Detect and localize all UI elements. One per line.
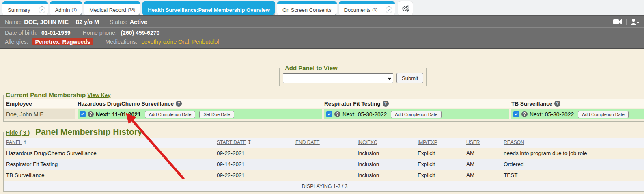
membership-checkbox[interactable]: ✓ xyxy=(326,111,332,117)
hide-history-link[interactable]: Hide ( 3 ) xyxy=(6,129,30,136)
next-label: Next: xyxy=(96,111,110,118)
tab-medical-record[interactable]: Medical Record (78) xyxy=(84,1,140,15)
cell-start-date: 09-22-2021 xyxy=(214,148,293,159)
cell-imp-exp: Explicit xyxy=(415,170,464,181)
tab-bar: Summary ↗ Admin (1) Medical Record (78) … xyxy=(0,0,644,15)
patient-phone: (260) 459-6270 xyxy=(121,30,160,36)
summary-popout-button[interactable]: ↗ xyxy=(36,4,48,15)
employee-cell: Doe, John MIE xyxy=(4,109,75,119)
help-icon[interactable]: ? xyxy=(88,111,94,117)
current-panel-legend: Current Panel Membership View Key xyxy=(4,91,112,99)
hazardous-status-cell: ✓ ? Next: 11-01-2021 Add Completion Date… xyxy=(78,109,322,119)
set-due-date-button[interactable]: Set Due Date xyxy=(199,111,234,118)
membership-checkbox[interactable]: ✓ xyxy=(80,111,86,117)
history-title: Panel Membership History xyxy=(35,127,142,136)
settings-button[interactable] xyxy=(398,1,413,15)
name-label: Name: xyxy=(5,19,22,25)
cell-imp-exp: Explicit xyxy=(415,148,464,159)
add-completion-date-button[interactable]: Add Completion Date xyxy=(145,111,196,118)
patient-status: Active xyxy=(130,19,148,25)
current-panel-employee-row: Doe, John MIE ✓ ? Next: 11-01-2021 Add C… xyxy=(4,109,644,119)
medications-label: Medications: xyxy=(106,39,138,45)
cell-end-date xyxy=(293,148,355,159)
cell-user: AM xyxy=(464,159,501,170)
cell-panel: Hazardous Drug/Chemo Surveillance xyxy=(4,148,214,159)
column-header-panel[interactable]: PANEL xyxy=(6,140,22,145)
tab-on-screen-consents[interactable]: On Screen Consents xyxy=(277,1,337,15)
next-label: Next: xyxy=(530,111,543,118)
column-header-user[interactable]: USER xyxy=(466,140,480,145)
help-icon[interactable]: ? xyxy=(521,111,528,117)
next-due-date: 05-30-2022 xyxy=(358,111,387,118)
tab-admin-count: (1) xyxy=(71,7,77,12)
respirator-status-cell: ✓ ? Next: 05-30-2022 Add Completion Date xyxy=(324,109,509,119)
tab-health-surveillance[interactable]: Health Surveillance:Panel Membership Ove… xyxy=(142,1,275,15)
tab-admin-label: Admin xyxy=(55,7,70,13)
tab-documents[interactable]: Documents (3) ↗ xyxy=(339,1,395,15)
tab-on-screen-consents-label: On Screen Consents xyxy=(277,4,337,15)
cell-start-date: 09-14-2021 xyxy=(214,159,293,170)
history-table: PANEL↥ START DATE↧ END DATE INC/EXC IMP/… xyxy=(4,138,644,181)
history-section: Hide ( 3 ) Panel Membership History PANE… xyxy=(3,127,644,192)
column-header-employee: Employee xyxy=(4,101,75,107)
gears-icon xyxy=(401,5,409,12)
submit-button[interactable]: Submit xyxy=(396,73,423,83)
panel-select[interactable] xyxy=(283,73,393,83)
cell-panel: Respirator Fit Testing xyxy=(4,159,214,170)
cell-inc-exc: Inclusion xyxy=(355,170,415,181)
column-header-hazardous: Hazardous Drug/Chemo Surveillance xyxy=(78,101,174,107)
cell-start-date: 09-22-2021 xyxy=(214,170,293,181)
dob-label: Date of birth: xyxy=(5,30,37,36)
history-legend: Hide ( 3 ) Panel Membership History xyxy=(4,127,144,137)
help-icon[interactable]: ? xyxy=(383,101,389,107)
add-completion-date-button[interactable]: Add Completion Date xyxy=(578,111,629,118)
documents-popout-button[interactable]: ↗ xyxy=(383,4,395,15)
view-key-link[interactable]: View Key xyxy=(88,92,111,98)
patient-dob: 01-01-1939 xyxy=(41,30,71,36)
table-row: Hazardous Drug/Chemo Surveillance 09-22-… xyxy=(4,148,644,159)
add-completion-date-button[interactable]: Add Completion Date xyxy=(391,111,442,118)
video-camera-icon[interactable] xyxy=(613,19,622,25)
tab-health-surveillance-label: Health Surveillance:Panel Membership Ove… xyxy=(142,4,275,15)
next-label: Next: xyxy=(342,111,356,118)
help-icon[interactable]: ? xyxy=(176,101,182,107)
current-panel-header-row: Employee Hazardous Drug/Chemo Surveillan… xyxy=(4,99,644,108)
tab-admin[interactable]: Admin (1) xyxy=(50,1,82,15)
employee-link[interactable]: Doe, John MIE xyxy=(6,111,44,118)
medications-value: Levothyroxine Oral, Penbutolol xyxy=(141,39,219,45)
patient-age-sex: 82 y/o M xyxy=(76,19,99,25)
tab-medical-record-label: Medical Record xyxy=(89,7,126,13)
phone-label: Home phone: xyxy=(83,30,117,36)
cell-end-date xyxy=(293,159,355,170)
sort-descending-icon: ↧ xyxy=(247,140,251,145)
help-icon[interactable]: ? xyxy=(334,111,340,117)
column-header-imp-exp[interactable]: IMP/EXP xyxy=(418,140,437,145)
cell-inc-exc: Inclusion xyxy=(355,148,415,159)
membership-checkbox[interactable]: ✓ xyxy=(513,111,519,117)
patient-name: DOE, JOHN MIE xyxy=(24,19,69,25)
add-person-icon[interactable] xyxy=(631,19,639,25)
allergies-badge: Penetrex, Ragweeds xyxy=(32,38,93,45)
add-panel-legend: Add Panel to View xyxy=(284,65,340,71)
column-header-end-date[interactable]: END DATE xyxy=(295,140,320,145)
status-label: Status: xyxy=(110,19,127,25)
column-header-inc-exc[interactable]: INC/EXC xyxy=(358,140,377,145)
column-header-tb: TB Surveillance xyxy=(511,101,552,107)
column-header-respirator: Respirator Fit Testing xyxy=(324,101,381,107)
next-due-date: 11-01-2021 xyxy=(112,111,141,118)
cell-imp-exp: Explicit xyxy=(415,159,464,170)
help-icon[interactable]: ? xyxy=(554,101,560,107)
cell-end-date xyxy=(293,170,355,181)
add-panel-section: Add Panel to View Submit xyxy=(279,65,427,86)
table-row: TB Surveillance 09-22-2021 Inclusion Exp… xyxy=(4,170,644,181)
cell-user: AM xyxy=(464,170,501,181)
tab-summary-label: Summary xyxy=(2,4,36,15)
cell-inc-exc: Inclusion xyxy=(355,159,415,170)
allergies-label: Allergies: xyxy=(5,39,28,45)
history-header-row: PANEL↥ START DATE↧ END DATE INC/EXC IMP/… xyxy=(4,138,644,148)
sort-ascending-icon: ↥ xyxy=(23,140,27,145)
tab-documents-label: Documents xyxy=(344,7,371,13)
column-header-start-date[interactable]: START DATE xyxy=(217,140,246,145)
tab-summary[interactable]: Summary ↗ xyxy=(2,1,48,15)
column-header-reason[interactable]: REASON xyxy=(504,140,524,145)
